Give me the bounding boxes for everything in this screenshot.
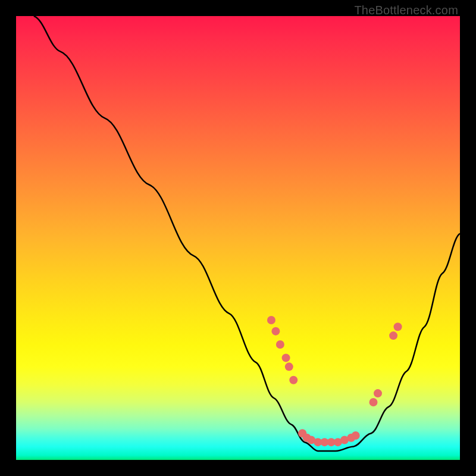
data-marker xyxy=(289,376,298,384)
data-marker xyxy=(282,353,290,362)
plot-area xyxy=(16,16,460,460)
data-marker xyxy=(389,331,397,340)
data-marker xyxy=(352,431,360,440)
data-marker xyxy=(285,362,293,371)
data-marker xyxy=(369,398,378,406)
bottleneck-curve xyxy=(34,16,460,451)
chart-frame: TheBottleneck.com xyxy=(0,0,476,476)
curve-layer xyxy=(16,16,460,460)
data-marker xyxy=(267,316,275,324)
data-marker xyxy=(394,322,402,331)
data-marker xyxy=(374,389,382,397)
watermark-text: TheBottleneck.com xyxy=(354,4,458,17)
data-marker xyxy=(271,327,280,336)
data-marker xyxy=(276,340,284,349)
curve-path xyxy=(34,16,460,451)
data-markers xyxy=(267,316,402,446)
